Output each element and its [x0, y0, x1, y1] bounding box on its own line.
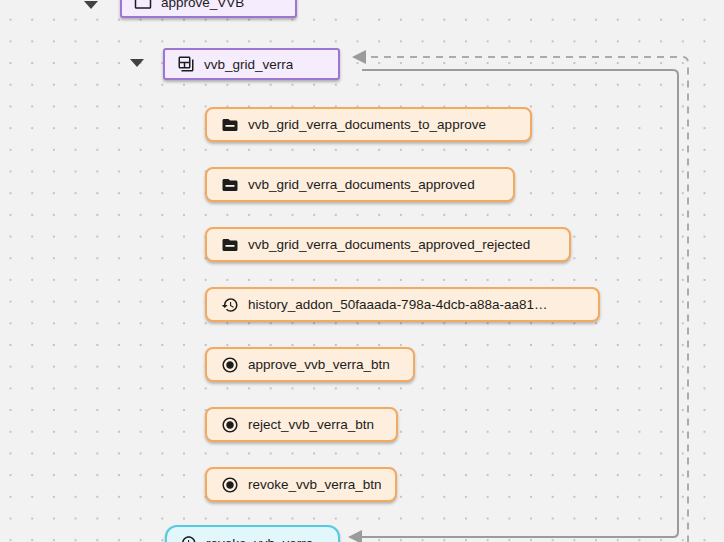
folder-icon — [221, 116, 239, 134]
node-approve-vvb[interactable]: approve_VVB — [120, 0, 297, 18]
radio-icon — [221, 356, 239, 374]
grid-icon — [177, 55, 195, 73]
folder-icon — [221, 176, 239, 194]
node-documents-approved[interactable]: vvb_grid_verra_documents_approved — [205, 167, 515, 202]
node-label: vvb_grid_verra_documents_to_approve — [248, 117, 486, 132]
node-label: approve_vvb_verra_btn — [248, 357, 390, 372]
tab-icon — [134, 0, 152, 11]
node-label: approve_VVB — [161, 0, 244, 10]
node-documents-approved-rejected[interactable]: vvb_grid_verra_documents_approved_reject… — [205, 227, 571, 262]
history-icon — [221, 296, 239, 314]
node-approve-vvb-verra-btn[interactable]: approve_vvb_verra_btn — [205, 347, 415, 382]
folder-icon — [221, 236, 239, 254]
dashed-connector-arrowhead — [352, 50, 366, 64]
radio-icon — [221, 416, 239, 434]
node-history-addon[interactable]: history_addon_50faaada-798a-4dcb-a88a-aa… — [205, 287, 600, 322]
node-label: vvb_grid_verra — [204, 57, 293, 72]
node-reject-vvb-verra-btn[interactable]: reject_vvb_verra_btn — [205, 407, 398, 442]
solid-connector-arrowhead — [348, 530, 362, 542]
node-label: vvb_grid_verra_documents_approved — [248, 177, 475, 192]
node-label: revoke_vvb_verra_btn — [248, 477, 381, 492]
radio-icon — [221, 476, 239, 494]
node-revoke-vvb-verra[interactable]: revoke_vvb_verra — [165, 525, 340, 542]
node-vvb-grid-verra[interactable]: vvb_grid_verra — [163, 48, 340, 80]
node-label: revoke_vvb_verra — [206, 536, 313, 542]
connectors — [0, 0, 724, 542]
node-label: vvb_grid_verra_documents_approved_reject… — [248, 237, 530, 252]
node-label: reject_vvb_verra_btn — [248, 417, 374, 432]
history-icon — [179, 534, 197, 542]
node-documents-to-approve[interactable]: vvb_grid_verra_documents_to_approve — [205, 107, 532, 142]
collapse-caret-vvb-grid-verra[interactable] — [130, 59, 144, 67]
node-revoke-vvb-verra-btn[interactable]: revoke_vvb_verra_btn — [205, 467, 397, 502]
workflow-canvas: approve_VVB vvb_grid_verra vvb_grid_verr… — [0, 0, 724, 542]
collapse-caret-approve-vvb[interactable] — [84, 1, 98, 9]
node-label: history_addon_50faaada-798a-4dcb-a88a-aa… — [248, 297, 547, 312]
